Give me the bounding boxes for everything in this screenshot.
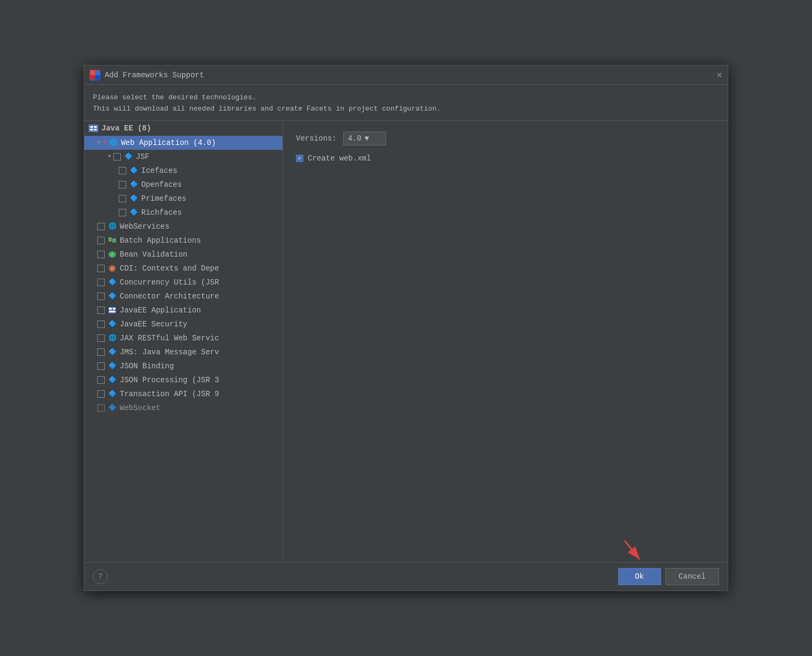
json-processing-label: JSON Processing (JSR 3 <box>120 376 219 384</box>
help-button[interactable]: ? <box>93 569 108 584</box>
jms-icon: 🔷 <box>108 348 117 356</box>
checkbox-batch[interactable] <box>97 237 105 244</box>
webservices-icon: 🌐 <box>108 222 117 231</box>
svg-rect-9 <box>108 237 112 242</box>
jms-label: JMS: Java Message Serv <box>120 348 219 356</box>
bean-validation-icon: ✓ <box>108 250 117 259</box>
version-dropdown[interactable]: 4.0 ▼ <box>343 132 386 145</box>
checkbox-jsf[interactable] <box>113 153 121 161</box>
javaee-application-label: JavaEE Application <box>120 306 201 315</box>
tree-item-primefaces[interactable]: 🔷 Primefaces <box>84 192 282 206</box>
checkbox-javaee-app[interactable] <box>97 307 105 314</box>
bottom-bar: ? Ok Cancel <box>84 562 728 591</box>
webservices-label: WebServices <box>120 222 169 231</box>
tree-item-webservices[interactable]: 🌐 WebServices <box>84 220 282 234</box>
svg-rect-18 <box>109 311 115 312</box>
svg-point-14 <box>111 267 114 270</box>
chevron-jsf[interactable]: ▼ <box>108 154 111 159</box>
connector-label: Connector Architecture <box>120 292 219 301</box>
checkbox-primefaces[interactable] <box>119 195 126 202</box>
versions-label: Versions: <box>296 134 337 143</box>
transaction-label: Transaction API (JSR 9 <box>120 390 219 398</box>
checkbox-bean-validation[interactable] <box>97 251 105 258</box>
checkbox-webservices[interactable] <box>97 223 105 230</box>
create-xml-checkbox[interactable]: ✓ <box>296 155 303 162</box>
svg-rect-4 <box>90 125 97 132</box>
ok-button[interactable]: Ok <box>618 568 661 585</box>
description-line2: This will download all needed libraries … <box>93 104 719 115</box>
batch-applications-label: Batch Applications <box>120 236 201 245</box>
left-panel: Java EE (8) ▼ ➤ 🌐 Web Application (4.0) … <box>84 121 283 562</box>
jax-label: JAX RESTful Web Servic <box>120 334 219 342</box>
checkbox-javaee-security[interactable] <box>97 320 105 328</box>
create-xml-row: ✓ Create web.xml <box>296 154 715 163</box>
svg-text:✓: ✓ <box>111 252 114 257</box>
openfaces-icon: 🔷 <box>129 180 138 189</box>
checkbox-transaction[interactable] <box>97 390 105 398</box>
tree-item-connector[interactable]: 🔷 Connector Architecture <box>84 289 282 303</box>
svg-rect-8 <box>94 129 97 130</box>
svg-rect-0 <box>91 71 95 75</box>
tree-item-jax-restful[interactable]: 🌐 JAX RESTful Web Servic <box>84 331 282 345</box>
tree-item-icefaces[interactable]: 🔷 Icefaces <box>84 164 282 178</box>
tree-item-jsf[interactable]: ▼ 🔷 JSF <box>84 150 282 164</box>
tree-item-jms[interactable]: 🔷 JMS: Java Message Serv <box>84 345 282 359</box>
tree-item-openfaces[interactable]: 🔷 Openfaces <box>84 178 282 192</box>
ok-wrapper: Ok <box>618 568 661 585</box>
checkbox-connector[interactable] <box>97 293 105 300</box>
dropdown-arrow: ▼ <box>365 134 369 143</box>
tree-item-bean-validation[interactable]: ✓ Bean Validation <box>84 247 282 261</box>
jax-icon: 🌐 <box>108 334 117 342</box>
arrow-icon: ➤ <box>103 138 107 147</box>
tree-item-web-application[interactable]: ▼ ➤ 🌐 Web Application (4.0) <box>84 136 282 150</box>
versions-row: Versions: 4.0 ▼ <box>296 132 715 145</box>
cancel-button[interactable]: Cancel <box>665 568 719 585</box>
tree-item-websocket[interactable]: 🔷 WebSocket <box>84 401 282 415</box>
richfaces-icon: 🔷 <box>129 208 138 217</box>
connector-icon: 🔷 <box>108 292 117 301</box>
checkbox-websocket[interactable] <box>97 404 105 412</box>
tree-item-json-processing[interactable]: 🔷 JSON Processing (JSR 3 <box>84 373 282 387</box>
checkbox-concurrency[interactable] <box>97 279 105 286</box>
checkbox-richfaces[interactable] <box>119 209 126 216</box>
tree-item-json-binding[interactable]: 🔷 JSON Binding <box>84 359 282 373</box>
tree-item-concurrency[interactable]: 🔷 Concurrency Utils (JSR <box>84 275 282 289</box>
button-group: Ok Cancel <box>618 568 719 585</box>
checkbox-icefaces[interactable] <box>119 167 126 174</box>
app-icon <box>90 70 100 81</box>
tree-item-javaee-application[interactable]: JavaEE Application <box>84 303 282 317</box>
icefaces-label: Icefaces <box>141 166 177 175</box>
javaee-security-label: JavaEE Security <box>120 320 187 329</box>
create-xml-label: Create web.xml <box>308 154 371 163</box>
icefaces-icon: 🔷 <box>129 166 138 175</box>
json-processing-icon: 🔷 <box>108 376 117 384</box>
batch-icon <box>108 236 117 245</box>
websocket-icon: 🔷 <box>108 404 117 412</box>
tree-item-batch-applications[interactable]: Batch Applications <box>84 234 282 247</box>
svg-rect-10 <box>112 238 116 243</box>
tree-item-richfaces[interactable]: 🔷 Richfaces <box>84 206 282 220</box>
concurrency-label: Concurrency Utils (JSR <box>120 278 219 287</box>
help-icon: ? <box>98 572 103 581</box>
chevron-web-application[interactable]: ▼ <box>97 140 100 145</box>
tree-item-transaction-api[interactable]: 🔷 Transaction API (JSR 9 <box>84 387 282 401</box>
checkbox-openfaces[interactable] <box>119 181 126 188</box>
checkbox-jms[interactable] <box>97 348 105 356</box>
svg-rect-5 <box>90 126 93 128</box>
section-header-javaee: Java EE (8) <box>84 121 282 136</box>
concurrency-icon: 🔷 <box>108 278 117 287</box>
bean-validation-label: Bean Validation <box>120 250 187 259</box>
close-button[interactable]: ✕ <box>716 70 722 80</box>
svg-rect-16 <box>109 308 112 310</box>
version-value: 4.0 <box>348 134 361 143</box>
javaee-section-icon <box>89 125 98 132</box>
checkbox-jax[interactable] <box>97 334 105 342</box>
tree-item-javaee-security[interactable]: 🔷 JavaEE Security <box>84 317 282 331</box>
checkbox-json-binding[interactable] <box>97 362 105 370</box>
checkbox-json-processing[interactable] <box>97 376 105 384</box>
checkbox-cdi[interactable] <box>97 265 105 272</box>
richfaces-label: Richfaces <box>141 208 182 217</box>
jsf-label: JSF <box>136 152 149 161</box>
svg-rect-7 <box>90 129 93 130</box>
tree-item-cdi[interactable]: CDI: Contexts and Depe <box>84 261 282 275</box>
